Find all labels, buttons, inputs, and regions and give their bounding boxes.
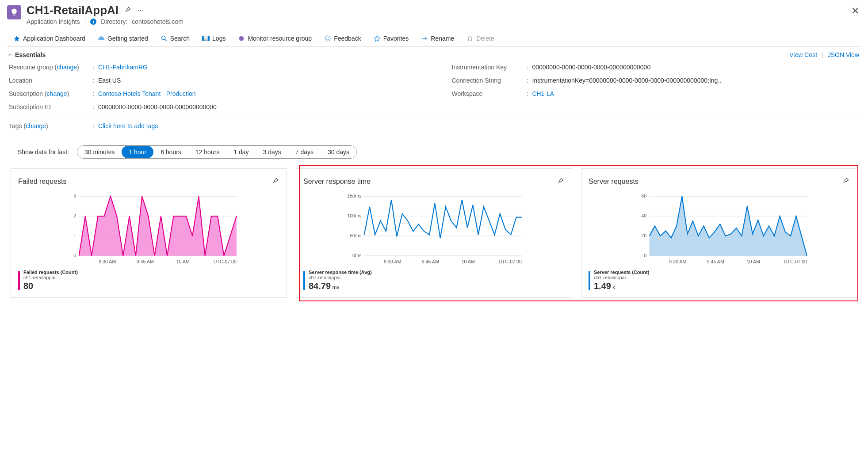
directory-value: contosohotels.com (132, 18, 184, 25)
svg-text:10 AM: 10 AM (176, 259, 190, 264)
pin-chart-icon[interactable] (271, 177, 279, 186)
delete-button: Delete (467, 35, 494, 42)
legend-series-name: Server requests (Count) (594, 270, 649, 275)
legend-value: 1.49 k (594, 281, 649, 291)
svg-text:150ms: 150ms (347, 194, 361, 198)
chart-svg: 0ms50ms100ms150ms9:30 AM9:45 AM10 AMUTC-… (303, 194, 565, 265)
chart-svg: 02040609:30 AM9:45 AM10 AMUTC-07:00 (589, 194, 850, 265)
time-range-option[interactable]: 1 hour (122, 146, 153, 158)
svg-text:9:30 AM: 9:30 AM (99, 259, 116, 264)
chart-title: Server response time (303, 178, 371, 186)
legend-color-bar (589, 271, 590, 290)
svg-text:20: 20 (641, 233, 646, 238)
chart-title: Failed requests (18, 178, 66, 186)
legend-resource-name: ch1-retailappai (23, 275, 78, 280)
legend-series-name: Server response time (Avg) (309, 270, 372, 275)
legend-color-bar (303, 271, 305, 290)
add-tags-link[interactable]: Click here to add tags (98, 122, 158, 129)
getting-started-button[interactable]: Getting started (98, 35, 148, 42)
app-insights-icon (7, 5, 21, 19)
svg-text:UTC-07:00: UTC-07:00 (214, 259, 237, 264)
time-range-selector: 30 minutes1 hour6 hours12 hours1 day3 da… (77, 145, 357, 159)
essentials-row: Subscription ID :00000000-0000-0000-0000… (9, 103, 417, 110)
monitor-resource-group-button[interactable]: Monitor resource group (238, 35, 312, 42)
resource-type-label: Application Insights (27, 18, 80, 25)
svg-text:50ms: 50ms (350, 233, 361, 238)
svg-point-0 (161, 36, 165, 40)
legend-value: 80 (23, 281, 78, 291)
connection-string-value: InstrumentationKey=00000000-0000-0000-00… (532, 77, 721, 84)
svg-point-4 (327, 38, 327, 38)
svg-text:9:45 AM: 9:45 AM (707, 259, 724, 264)
svg-text:10 AM: 10 AM (462, 259, 475, 264)
svg-point-5 (329, 38, 329, 38)
pin-chart-icon[interactable] (842, 177, 850, 186)
svg-text:9:45 AM: 9:45 AM (422, 259, 439, 264)
command-bar: Application Dashboard Getting started Se… (7, 29, 861, 47)
svg-text:40: 40 (641, 213, 646, 218)
svg-text:9:30 AM: 9:30 AM (669, 259, 686, 264)
pin-chart-icon[interactable] (557, 177, 565, 186)
change-link[interactable]: change (26, 122, 46, 129)
page-title: CH1-RetailAppAI (27, 4, 119, 17)
logs-button[interactable]: 📊 Logs (202, 35, 226, 42)
feedback-button[interactable]: Feedback (324, 35, 361, 42)
logs-icon: 📊 (202, 36, 210, 41)
change-link[interactable]: change (57, 64, 77, 71)
essentials-row: Instrumentation Key :00000000-0000-0000-… (452, 64, 860, 71)
more-icon[interactable]: ⋯ (137, 6, 144, 15)
essentials-row: Resource group (change) :CH1-FabrikamRG (9, 64, 417, 71)
chart-legend: Server requests (Count) ch1-retailappai … (589, 270, 850, 291)
time-range-option[interactable]: 6 hours (153, 146, 188, 158)
time-range-option[interactable]: 1 day (226, 146, 256, 158)
svg-text:2: 2 (73, 213, 76, 218)
svg-line-1 (165, 39, 167, 41)
change-link[interactable]: change (47, 90, 67, 97)
resource-group-value[interactable]: CH1-FabrikamRG (98, 64, 148, 71)
subscription-id-value: 00000000-0000-0000-0000-000000000000 (98, 103, 217, 110)
search-button[interactable]: Search (161, 35, 190, 42)
svg-text:9:30 AM: 9:30 AM (384, 259, 401, 264)
legend-resource-name: ch1-retailappai (594, 275, 649, 280)
time-range-option[interactable]: 12 hours (188, 146, 226, 158)
info-icon[interactable]: i (90, 19, 96, 25)
close-icon[interactable]: ✕ (849, 4, 861, 19)
time-range-option[interactable]: 7 days (288, 146, 321, 158)
svg-text:100ms: 100ms (347, 213, 361, 218)
rename-button[interactable]: Rename (421, 35, 454, 42)
svg-text:10 AM: 10 AM (747, 259, 760, 264)
chart-card[interactable]: Server response time 0ms50ms100ms150ms9:… (296, 168, 572, 298)
svg-text:0ms: 0ms (352, 253, 361, 258)
time-filter-label: Show data for last: (18, 148, 69, 156)
chart-card[interactable]: Server requests 02040609:30 AM9:45 AM10 … (581, 168, 857, 298)
time-range-option[interactable]: 30 days (321, 146, 356, 158)
legend-value: 84.79 ms (309, 281, 372, 291)
svg-text:1: 1 (73, 233, 76, 238)
chart-card[interactable]: Failed requests 01239:30 AM9:45 AM10 AMU… (11, 168, 287, 298)
workspace-value[interactable]: CH1-LA (532, 90, 554, 97)
essentials-row: Location :East US (9, 77, 417, 84)
json-view-link[interactable]: JSON View (828, 51, 859, 58)
legend-resource-name: ch1-retailappai (309, 275, 372, 280)
svg-text:9:45 AM: 9:45 AM (137, 259, 154, 264)
chart-svg: 01239:30 AM9:45 AM10 AMUTC-07:00 (18, 194, 279, 265)
time-range-option[interactable]: 3 days (256, 146, 288, 158)
essentials-section: Resource group (change) :CH1-FabrikamRG … (7, 63, 861, 137)
application-dashboard-button[interactable]: Application Dashboard (13, 35, 85, 42)
pin-icon[interactable] (124, 6, 132, 15)
view-cost-link[interactable]: View Cost (789, 51, 817, 58)
chart-legend: Failed requests (Count) ch1-retailappai … (18, 270, 279, 291)
essentials-row: Workspace :CH1-LA (452, 90, 860, 97)
svg-text:0: 0 (73, 253, 76, 258)
essentials-toggle[interactable]: Essentials (7, 51, 46, 58)
svg-text:0: 0 (644, 253, 646, 258)
time-range-option[interactable]: 30 minutes (77, 146, 122, 158)
instrumentation-key-value: 00000000-0000-0000-0000-000000000000 (532, 64, 650, 71)
favorites-button[interactable]: Favorites (374, 35, 409, 42)
subscription-value[interactable]: Contoso Hotels Tenant - Production (98, 90, 196, 97)
svg-point-3 (325, 36, 330, 41)
svg-text:UTC-07:00: UTC-07:00 (784, 259, 807, 264)
chart-legend: Server response time (Avg) ch1-retailapp… (303, 270, 565, 291)
chevron-up-icon (7, 52, 12, 57)
chart-title: Server requests (589, 178, 639, 186)
